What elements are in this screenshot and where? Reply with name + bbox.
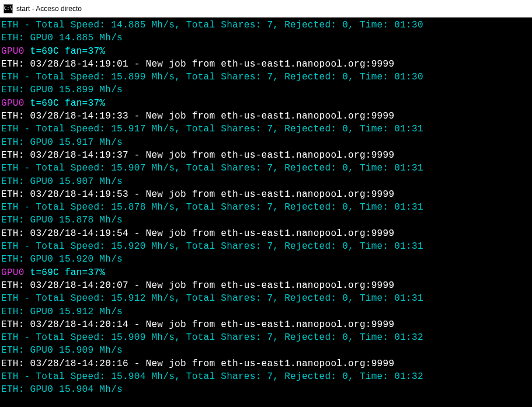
console-line: ETH - Total Speed: 15.878 Mh/s, Total Sh… <box>1 201 531 214</box>
console-line: GPU0 t=69C fan=37% <box>1 266 531 279</box>
console-line: ETH - Total Speed: 15.917 Mh/s, Total Sh… <box>1 123 531 135</box>
window-titlebar[interactable]: C:\ start - Acceso directo <box>0 0 532 18</box>
window-title: start - Acceso directo <box>16 5 82 13</box>
console-segment: GPU0 <box>1 46 25 57</box>
console-line: ETH - Total Speed: 15.920 Mh/s, Total Sh… <box>1 240 531 253</box>
console-line: ETH: GPU0 15.904 Mh/s <box>1 383 531 396</box>
console-line: ETH: 03/28/18-14:19:37 - New job from et… <box>1 149 531 162</box>
console-line: ETH - Total Speed: 15.907 Mh/s, Total Sh… <box>1 162 531 175</box>
console-line: ETH - Total Speed: 15.912 Mh/s, Total Sh… <box>1 292 531 305</box>
console-output[interactable]: ETH - Total Speed: 14.885 Mh/s, Total Sh… <box>0 18 532 407</box>
console-segment: GPU0 <box>1 98 25 109</box>
console-line: ETH: GPU0 15.907 Mh/s <box>1 175 531 188</box>
console-line: ETH: 03/28/18-14:19:53 - New job from et… <box>1 188 531 201</box>
console-line: ETH: GPU0 15.917 Mh/s <box>1 136 531 149</box>
console-line: ETH: GPU0 15.920 Mh/s <box>1 253 531 266</box>
console-line: ETH - Total Speed: 15.909 Mh/s, Total Sh… <box>1 331 531 344</box>
console-line: ETH: 03/28/18-14:20:14 - New job from et… <box>1 318 531 331</box>
console-line: ETH: GPU0 15.899 Mh/s <box>1 84 531 96</box>
console-line: ETH: 03/28/18-14:20:07 - New job from et… <box>1 279 531 292</box>
console-segment: GPU0 <box>1 267 25 278</box>
console-line: ETH: 03/28/18-14:19:33 - New job from et… <box>1 110 531 123</box>
console-line: GPU0 t=69C fan=37% <box>1 97 531 110</box>
console-line: ETH: 03/28/18-14:19:54 - New job from et… <box>1 227 531 240</box>
console-line: ETH: 03/28/18-14:20:16 - New job from et… <box>1 357 531 370</box>
console-segment: t=69C fan=37% <box>25 46 106 57</box>
console-line: ETH - Total Speed: 15.904 Mh/s, Total Sh… <box>1 370 531 383</box>
console-line: GPU0 t=69C fan=37% <box>1 45 531 58</box>
console-line: ETH: GPU0 14.885 Mh/s <box>1 32 531 44</box>
console-line: ETH: GPU0 15.909 Mh/s <box>1 344 531 357</box>
console-line: ETH: GPU0 15.912 Mh/s <box>1 305 531 318</box>
console-line: ETH: GPU0 15.878 Mh/s <box>1 214 531 227</box>
console-line: ETH - Total Speed: 15.899 Mh/s, Total Sh… <box>1 71 531 84</box>
console-line: ETH - Total Speed: 14.885 Mh/s, Total Sh… <box>1 19 531 32</box>
cmd-icon: C:\ <box>4 4 13 13</box>
console-segment: t=69C fan=37% <box>25 98 106 109</box>
console-line: ETH: 03/28/18-14:19:01 - New job from et… <box>1 58 531 71</box>
console-segment: t=69C fan=37% <box>25 267 106 278</box>
